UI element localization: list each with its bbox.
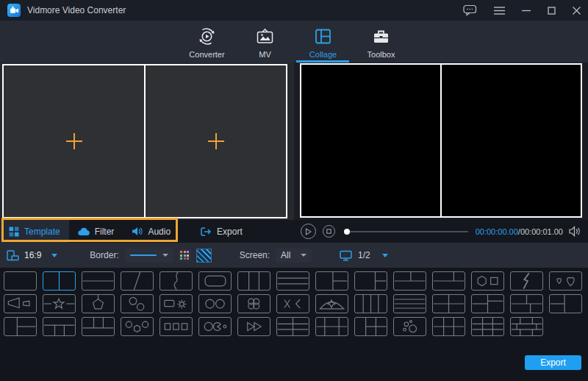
stop-button[interactable] — [323, 225, 335, 238]
tab-template-label: Template — [24, 227, 60, 237]
template-thumb-left-col-right-2rows[interactable] — [315, 271, 348, 291]
template-thumb-two-circles[interactable] — [198, 294, 232, 313]
app-title: Vidmore Video Converter — [27, 5, 126, 15]
tab-export[interactable]: Export — [191, 220, 251, 243]
template-thumb-clover[interactable] — [237, 294, 270, 313]
template-thumb-circle-pacman-dot[interactable] — [198, 317, 232, 336]
converter-icon — [197, 26, 217, 46]
template-thumb-left-col-right-2rows-b[interactable] — [4, 317, 37, 336]
collage-slot-1[interactable] — [4, 65, 146, 217]
template-grid — [0, 268, 588, 338]
tab-collage[interactable]: Collage — [294, 21, 352, 63]
collage-slot-2[interactable] — [146, 65, 286, 217]
template-thumb-split-curve[interactable] — [159, 271, 193, 291]
editor-tab-strip: Template Filter Audio Export — [0, 220, 294, 243]
tab-filter-label: Filter — [95, 227, 115, 237]
tab-mv[interactable]: MV — [236, 21, 294, 63]
border-line-sample — [130, 254, 157, 256]
feedback-icon[interactable] — [463, 4, 477, 16]
template-thumb-megaphone[interactable] — [4, 294, 37, 313]
template-thumb-pentagon[interactable] — [82, 294, 115, 313]
template-thumb-grid-2x2-top-offset[interactable] — [510, 294, 543, 313]
volume-icon[interactable] — [569, 226, 581, 237]
template-thumb-left-2rows-right-col[interactable] — [549, 294, 582, 313]
template-thumb-grid-2x3[interactable] — [432, 317, 465, 336]
tab-audio[interactable]: Audio — [123, 220, 179, 243]
template-thumb-split-4-rows[interactable] — [393, 294, 426, 313]
add-media-icon[interactable] — [207, 132, 225, 150]
aspect-ratio-value: 16:9 — [24, 250, 41, 260]
add-media-icon[interactable] — [65, 132, 83, 150]
template-thumb-grid-2x2-right-offset[interactable] — [471, 294, 504, 313]
template-thumb-arch-flower[interactable] — [315, 294, 348, 313]
border-pattern-button[interactable] — [196, 249, 212, 263]
seek-handle[interactable] — [344, 229, 350, 235]
tab-template[interactable]: Template — [0, 220, 69, 243]
template-thumb-circle-hexagon-circle[interactable] — [121, 317, 154, 336]
cloud-icon — [78, 227, 90, 236]
monitor-icon — [340, 250, 352, 261]
template-thumb-grid-wide-middle[interactable] — [315, 317, 348, 336]
template-thumb-split-2-cols[interactable] — [43, 271, 76, 291]
template-thumb-left-col-right-grid[interactable] — [354, 317, 387, 336]
template-thumb-tag-starburst[interactable] — [159, 294, 193, 313]
template-thumb-split-3-cols[interactable] — [237, 271, 270, 291]
time-display: 00:00:00.00/00:00:01.00 — [476, 227, 563, 236]
close-icon[interactable] — [573, 7, 581, 15]
stop-icon — [326, 229, 331, 234]
template-thumb-top-3cols-bottom-row[interactable] — [82, 317, 115, 336]
template-thumb-split-diagonal[interactable] — [121, 271, 154, 291]
play-button[interactable] — [301, 224, 316, 239]
screen-select[interactable]: All — [276, 249, 312, 263]
template-thumb-grid-3rows-2cols[interactable] — [276, 317, 309, 336]
tab-mv-label: MV — [259, 50, 271, 59]
screen-select-caret-icon — [301, 254, 306, 257]
tab-converter[interactable]: Converter — [178, 21, 236, 63]
template-thumb-split-2-rows[interactable] — [82, 271, 115, 291]
template-thumb-hexagon-square[interactable] — [471, 271, 504, 291]
export-icon — [200, 227, 212, 237]
seek-slider[interactable] — [344, 231, 468, 232]
template-thumb-split-4-cols[interactable] — [354, 294, 387, 313]
template-thumb-grid-2x2[interactable] — [432, 294, 465, 313]
template-thumb-bubbles[interactable] — [393, 317, 426, 336]
preview-pane — [294, 63, 588, 220]
collage-toolbar: 16:9 Border: Screen: All 1/2 — [0, 243, 588, 268]
export-button[interactable]: Export — [525, 355, 581, 370]
export-button-label: Export — [540, 357, 566, 368]
maximize-icon[interactable] — [548, 7, 556, 15]
screen-pager-caret-icon[interactable] — [382, 254, 388, 257]
template-thumb-grid-3x3[interactable] — [471, 317, 504, 336]
menu-icon[interactable] — [494, 7, 505, 15]
template-thumb-left-wide-right-2rows[interactable] — [354, 271, 387, 291]
template-thumb-circles-diagonal[interactable] — [121, 294, 154, 313]
template-row-1 — [4, 271, 584, 291]
template-thumb-star-banner[interactable] — [43, 294, 76, 313]
template-thumb-brick-grid[interactable] — [510, 317, 543, 336]
template-thumb-three-squares[interactable] — [159, 317, 193, 336]
template-thumb-lightning-split[interactable] — [510, 271, 543, 291]
template-thumb-inset-rounded[interactable] — [198, 271, 232, 291]
tab-toolbox[interactable]: Toolbox — [352, 21, 410, 63]
template-thumb-two-arrows[interactable] — [237, 317, 270, 336]
preview-cell-1 — [301, 65, 442, 216]
border-color-button[interactable] — [179, 249, 191, 262]
minimize-icon[interactable] — [522, 7, 531, 14]
template-thumb-single[interactable] — [4, 271, 37, 291]
template-thumb-top-offset-2cols-bottom-row[interactable] — [432, 271, 465, 291]
palette-icon — [180, 251, 189, 260]
template-thumb-hearts[interactable] — [549, 271, 582, 291]
speaker-icon — [132, 227, 143, 236]
play-icon — [305, 228, 312, 235]
template-thumb-split-3-rows[interactable] — [276, 271, 309, 291]
tab-filter[interactable]: Filter — [69, 220, 123, 243]
screen-select-value: All — [281, 250, 290, 260]
template-thumb-cross-brackets[interactable] — [276, 294, 309, 313]
template-thumb-top-row-bottom-3cols[interactable] — [43, 317, 76, 336]
tab-audio-label: Audio — [148, 227, 171, 237]
title-bar: Vidmore Video Converter — [0, 0, 588, 21]
border-style-select[interactable] — [125, 249, 173, 263]
aspect-ratio-caret-icon[interactable] — [51, 254, 57, 257]
template-row-2 — [4, 294, 584, 313]
template-thumb-top-2cols-bottom-row[interactable] — [393, 271, 426, 291]
